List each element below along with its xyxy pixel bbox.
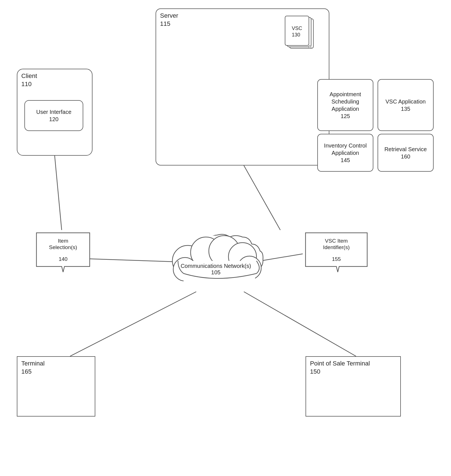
terminal-number: 165 [21,368,32,376]
svg-text:Item: Item [58,238,68,244]
client-number: 110 [21,80,32,88]
appointment-label: Appointment Scheduling Application [321,91,370,112]
item-selection-banner: Item Selection(s) 140 [34,230,90,275]
inventory-number: 145 [341,157,350,164]
svg-line-4 [70,292,196,356]
appointment-number: 125 [341,112,350,120]
svg-text:VSC Item: VSC Item [325,238,348,244]
server-box: Server 115 VSC 130 Appointment Schedulin… [156,8,329,165]
appointment-box: Appointment Scheduling Application 125 [317,79,373,131]
inventory-box: Inventory Control Application 145 [317,134,373,172]
client-label: Client [21,72,37,80]
pos-box: Point of Sale Terminal 150 [306,356,401,417]
pos-label: Point of Sale Terminal [310,360,370,368]
network-label: Communications Network(s) [181,263,251,269]
server-number: 115 [160,20,170,28]
svg-text:Selection(s): Selection(s) [49,244,77,250]
vsc-application-number: 135 [401,105,410,112]
svg-line-0 [55,156,62,230]
ui-number: 120 [49,116,58,123]
svg-text:140: 140 [59,256,68,262]
client-box: Client 110 User Interface 120 [17,69,92,156]
server-label: Server [160,12,178,20]
vsc-application-label: VSC Application [385,98,425,105]
vsc-stack-icon: VSC 130 [281,15,320,54]
ui-label: User Interface [36,108,71,116]
terminal-box: Terminal 165 [17,356,95,417]
network-number: 105 [211,269,220,275]
svg-text:VSC: VSC [292,26,302,31]
svg-text:155: 155 [332,256,341,262]
svg-text:130: 130 [292,32,300,38]
svg-text:Identifier(s): Identifier(s) [323,244,350,250]
network-cloud-container: Communications Network(s) 105 [163,224,269,295]
svg-line-2 [244,165,280,230]
user-interface-box: User Interface 120 [24,100,83,131]
retrieval-box: Retrieval Service 160 [378,134,434,172]
retrieval-label: Retrieval Service [384,146,427,153]
pos-number: 150 [310,368,320,376]
vsc-identifier-banner: VSC Item Identifier(s) 155 [303,230,367,275]
diagram: Server 115 VSC 130 Appointment Schedulin… [0,0,451,476]
retrieval-number: 160 [401,153,410,160]
svg-line-5 [244,292,356,356]
terminal-label: Terminal [21,360,45,368]
vsc-application-box: VSC Application 135 [378,79,434,131]
inventory-label: Inventory Control Application [321,142,370,157]
